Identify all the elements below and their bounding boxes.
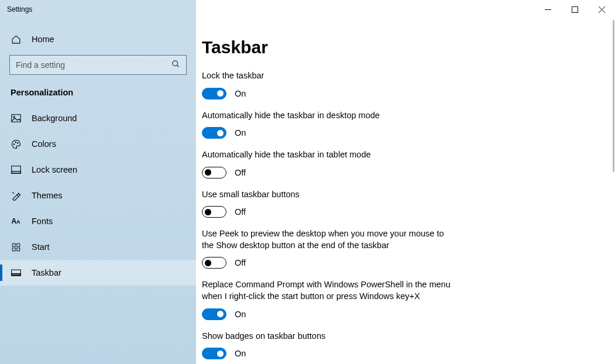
setting-label: Use small taskbar buttons [202, 189, 453, 201]
toggle-state: On [235, 310, 246, 319]
scrollbar[interactable] [613, 20, 614, 172]
svg-point-9 [15, 142, 16, 142]
svg-rect-13 [12, 243, 15, 246]
sidebar-item-background[interactable]: Background [0, 105, 196, 131]
minimize-button[interactable] [534, 0, 561, 19]
sidebar-home-label: Home [32, 35, 54, 44]
content-area: Taskbar Lock the taskbar On Automaticall… [196, 19, 615, 364]
setting-label: Automatically hide the taskbar in tablet… [202, 149, 453, 161]
picture-icon [11, 114, 21, 122]
sidebar-item-themes[interactable]: Themes [0, 183, 196, 208]
svg-point-7 [13, 116, 15, 118]
setting-lock-taskbar: Lock the taskbar On [202, 70, 453, 99]
svg-rect-6 [11, 115, 20, 122]
maximize-button[interactable] [561, 0, 588, 19]
sidebar-item-label: Taskbar [32, 268, 61, 277]
lockscreen-icon [11, 166, 21, 174]
setting-small-buttons: Use small taskbar buttons Off [202, 189, 453, 218]
sidebar-item-label: Colors [32, 139, 56, 149]
sidebar: Home Find a setting Personalization Back… [0, 19, 196, 364]
toggle-lock-taskbar[interactable] [202, 88, 226, 99]
svg-rect-14 [16, 243, 19, 246]
toggle-powershell[interactable] [202, 308, 226, 320]
setting-autohide-tablet: Automatically hide the taskbar in tablet… [202, 149, 453, 178]
svg-rect-18 [11, 273, 20, 276]
setting-autohide-desktop: Automatically hide the taskbar in deskto… [202, 110, 453, 139]
search-placeholder: Find a setting [16, 60, 65, 70]
toggle-state: On [235, 349, 246, 358]
toggle-state: On [235, 89, 246, 98]
sidebar-category: Personalization [0, 77, 196, 105]
toggle-state: Off [235, 168, 246, 177]
window-controls [534, 0, 615, 19]
svg-rect-15 [12, 248, 15, 250]
toggle-peek[interactable] [202, 257, 226, 269]
svg-point-4 [173, 61, 178, 66]
sidebar-item-label: Lock screen [32, 165, 77, 174]
svg-rect-16 [16, 248, 19, 250]
start-icon [11, 243, 21, 252]
setting-label: Automatically hide the taskbar in deskto… [202, 110, 453, 122]
setting-peek: Use Peek to preview the desktop when you… [202, 228, 453, 269]
sidebar-item-fonts[interactable]: AA Fonts [0, 208, 196, 234]
toggle-autohide-tablet[interactable] [202, 167, 226, 178]
toggle-state: Off [235, 207, 246, 217]
svg-point-10 [17, 142, 18, 143]
close-button[interactable] [588, 0, 615, 19]
taskbar-icon [11, 269, 21, 276]
sidebar-item-label: Fonts [32, 217, 53, 226]
setting-badges: Show badges on taskbar buttons On [202, 331, 453, 360]
setting-label: Use Peek to preview the desktop when you… [202, 228, 453, 251]
search-icon [171, 60, 180, 70]
sidebar-item-colors[interactable]: Colors [0, 131, 196, 157]
window-title: Settings [0, 5, 32, 13]
toggle-state: Off [235, 258, 246, 267]
svg-rect-1 [572, 6, 578, 12]
toggle-autohide-desktop[interactable] [202, 127, 226, 139]
search-input[interactable]: Find a setting [9, 55, 187, 75]
sidebar-item-label: Background [32, 114, 77, 123]
svg-point-8 [13, 143, 14, 144]
setting-label: Replace Command Prompt with Windows Powe… [202, 279, 453, 302]
themes-icon [11, 191, 21, 201]
fonts-icon: AA [11, 217, 21, 225]
setting-label: Show badges on taskbar buttons [202, 331, 453, 342]
setting-label: Lock the taskbar [202, 70, 453, 82]
page-title: Taskbar [202, 37, 615, 57]
sidebar-item-start[interactable]: Start [0, 234, 196, 260]
toggle-badges[interactable] [202, 348, 226, 359]
sidebar-item-label: Themes [32, 191, 62, 200]
sidebar-item-label: Start [32, 242, 50, 252]
toggle-small-buttons[interactable] [202, 206, 226, 218]
setting-powershell: Replace Command Prompt with Windows Powe… [202, 279, 453, 320]
palette-icon [11, 139, 21, 149]
home-icon [11, 35, 21, 44]
svg-rect-12 [11, 171, 20, 174]
svg-line-5 [177, 65, 178, 67]
titlebar: Settings [0, 0, 615, 19]
sidebar-item-lockscreen[interactable]: Lock screen [0, 157, 196, 183]
sidebar-item-taskbar[interactable]: Taskbar [0, 260, 196, 286]
sidebar-home[interactable]: Home [0, 23, 196, 51]
toggle-state: On [235, 128, 246, 138]
